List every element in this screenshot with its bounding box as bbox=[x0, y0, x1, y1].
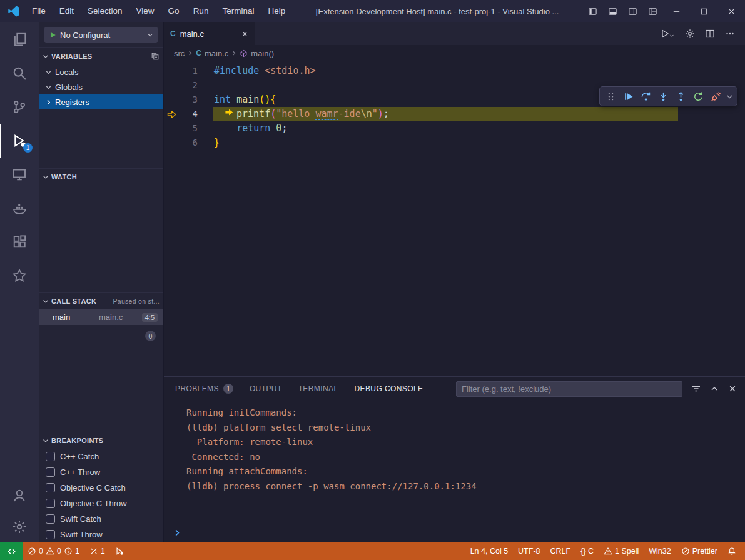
panel-tab-output[interactable]: OUTPUT bbox=[250, 377, 282, 401]
menu-edit[interactable]: Edit bbox=[53, 0, 81, 22]
activity-search[interactable] bbox=[0, 56, 39, 90]
activity-accounts[interactable] bbox=[0, 480, 39, 511]
close-button[interactable] bbox=[717, 0, 745, 22]
continue-button[interactable] bbox=[620, 88, 636, 104]
step-into-button[interactable] bbox=[655, 88, 671, 104]
restart-button[interactable] bbox=[690, 88, 706, 104]
debug-session-dropdown-button[interactable] bbox=[725, 88, 734, 104]
menu-terminal[interactable]: Terminal bbox=[215, 0, 261, 22]
variables-section-header[interactable]: VARIABLES bbox=[39, 48, 163, 64]
panel-tab-debug-console[interactable]: DEBUG CONSOLE bbox=[355, 377, 423, 401]
toggle-panel-button[interactable] bbox=[602, 0, 622, 22]
gutter-glyph[interactable] bbox=[164, 64, 180, 78]
breakpoint-row-objective-c-catch[interactable]: Objective C Catch bbox=[39, 480, 163, 496]
status-spell[interactable]: 1 Spell bbox=[599, 542, 644, 560]
console-filter-input[interactable] bbox=[456, 381, 682, 397]
breakpoint-row-swift-catch[interactable]: Swift Catch bbox=[39, 511, 163, 527]
step-out-button[interactable] bbox=[672, 88, 689, 104]
breakpoint-checkbox[interactable] bbox=[46, 514, 55, 524]
menu-selection[interactable]: Selection bbox=[81, 0, 129, 22]
status-platform[interactable]: Win32 bbox=[644, 542, 676, 560]
code-text[interactable]: int main(){ bbox=[198, 92, 276, 107]
breakpoint-row-c-catch[interactable]: C++ Catch bbox=[39, 449, 163, 464]
toggle-secondary-sidebar-button[interactable] bbox=[622, 0, 642, 22]
activity-source-control[interactable] bbox=[0, 90, 39, 124]
breadcrumb-main-c[interactable]: Cmain.c bbox=[196, 49, 228, 58]
configure-button[interactable] bbox=[685, 29, 695, 39]
gutter-glyph[interactable] bbox=[164, 78, 180, 92]
variables-row-globals[interactable]: Globals bbox=[39, 79, 163, 94]
more-actions-button[interactable] bbox=[725, 29, 735, 39]
menu-view[interactable]: View bbox=[129, 0, 161, 22]
menu-run[interactable]: Run bbox=[186, 0, 216, 22]
debug-console[interactable]: Running initCommands:(lldb) platform sel… bbox=[164, 401, 745, 542]
gutter-glyph[interactable] bbox=[164, 107, 180, 121]
breakpoint-row-c-throw[interactable]: C++ Throw bbox=[39, 464, 163, 480]
step-over-button[interactable] bbox=[637, 88, 654, 104]
status-eol[interactable]: CRLF bbox=[545, 542, 576, 560]
console-input[interactable] bbox=[173, 528, 182, 539]
code-text[interactable]: return 0; bbox=[198, 121, 287, 136]
variables-row-locals[interactable]: Locals bbox=[39, 64, 163, 79]
breakpoint-checkbox[interactable] bbox=[46, 499, 55, 508]
gutter-glyph[interactable] bbox=[164, 121, 180, 136]
code-text[interactable]: } bbox=[198, 136, 220, 150]
output-filter-icon[interactable] bbox=[691, 384, 701, 394]
breadcrumb-main[interactable]: main() bbox=[240, 49, 274, 58]
status-encoding[interactable]: UTF-8 bbox=[513, 542, 545, 560]
code-text[interactable]: printf("hello wamr-ide\n"); bbox=[198, 107, 389, 121]
breakpoint-row-objective-c-throw[interactable]: Objective C Throw bbox=[39, 496, 163, 511]
maximize-button[interactable] bbox=[690, 0, 717, 22]
watch-section-header[interactable]: WATCH bbox=[39, 169, 163, 185]
maximize-panel-icon[interactable] bbox=[709, 384, 719, 394]
activity-extensions[interactable] bbox=[0, 225, 39, 259]
code-editor[interactable]: 1#include <stdio.h>23int main(){4printf(… bbox=[164, 61, 745, 376]
minimize-button[interactable] bbox=[662, 0, 690, 22]
menu-go[interactable]: Go bbox=[161, 0, 186, 22]
disconnect-button[interactable] bbox=[707, 88, 724, 104]
variables-row-registers[interactable]: Registers bbox=[39, 94, 163, 109]
gutter-glyph[interactable] bbox=[164, 136, 180, 150]
toggle-primary-sidebar-button[interactable] bbox=[582, 0, 602, 22]
breakpoint-checkbox[interactable] bbox=[46, 452, 55, 461]
drag-button[interactable] bbox=[602, 88, 619, 104]
activity-manage[interactable] bbox=[0, 511, 39, 542]
status-debug-status[interactable] bbox=[110, 542, 129, 560]
breakpoint-checkbox[interactable] bbox=[46, 483, 55, 492]
tab-main-c[interactable]: C main.c bbox=[164, 22, 255, 45]
run-or-debug-button[interactable] bbox=[660, 29, 675, 39]
breakpoint-row-swift-throw[interactable]: Swift Throw bbox=[39, 527, 163, 542]
status-formatter[interactable]: Prettier bbox=[676, 542, 722, 560]
activity-explorer[interactable] bbox=[0, 22, 39, 56]
code-text[interactable] bbox=[198, 78, 214, 92]
status-ports[interactable]: 1 bbox=[84, 542, 110, 560]
activity-remote-explorer[interactable] bbox=[0, 158, 39, 191]
breakpoint-checkbox[interactable] bbox=[46, 468, 55, 477]
activity-wamr-ide[interactable] bbox=[0, 259, 39, 292]
start-debugging-icon[interactable] bbox=[48, 31, 57, 39]
status-notifications[interactable] bbox=[722, 542, 741, 560]
breadcrumb-src[interactable]: src bbox=[174, 49, 185, 58]
activity-docker[interactable] bbox=[0, 191, 39, 225]
panel-tab-problems[interactable]: PROBLEMS1 bbox=[175, 377, 233, 401]
menu-file[interactable]: File bbox=[25, 0, 53, 22]
menu-help[interactable]: Help bbox=[261, 0, 292, 22]
launch-configuration-dropdown[interactable]: No Configurat bbox=[44, 27, 158, 43]
customize-layout-button[interactable] bbox=[642, 0, 662, 22]
code-text[interactable]: #include <stdio.h> bbox=[198, 64, 316, 78]
gutter-glyph[interactable] bbox=[164, 92, 180, 107]
status-cursor-position[interactable]: Ln 4, Col 5 bbox=[465, 542, 513, 560]
collapse-all-icon[interactable] bbox=[151, 52, 160, 61]
status-problems[interactable]: 001 bbox=[23, 542, 84, 560]
close-panel-icon[interactable] bbox=[727, 384, 737, 394]
callstack-section-header[interactable]: CALL STACK Paused on st... bbox=[39, 293, 163, 309]
close-tab-icon[interactable] bbox=[241, 30, 249, 38]
breakpoints-section-header[interactable]: BREAKPOINTS bbox=[39, 432, 163, 449]
split-editor-button[interactable] bbox=[705, 29, 715, 39]
breakpoint-checkbox[interactable] bbox=[46, 530, 55, 539]
remote-indicator[interactable] bbox=[0, 542, 23, 560]
status-language-mode[interactable]: {} C bbox=[575, 542, 599, 560]
activity-run-and-debug[interactable]: 1 bbox=[0, 124, 39, 158]
callstack-frame[interactable]: mainmain.c4:5 bbox=[39, 309, 163, 325]
panel-tab-terminal[interactable]: TERMINAL bbox=[298, 377, 338, 401]
